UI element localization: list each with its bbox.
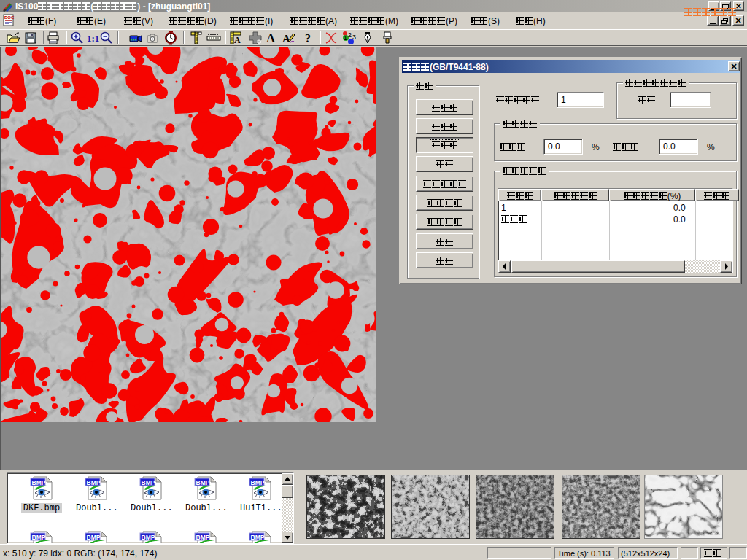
svg-text:BMP: BMP [87,479,101,486]
svg-text:2: 2 [348,31,352,39]
svg-text:1:1: 1:1 [87,33,99,44]
svg-text:BMP: BMP [196,479,210,486]
svg-text:BMP: BMP [32,479,46,486]
svg-text:DOC: DOC [4,15,15,20]
svg-text:1: 1 [344,34,347,42]
svg-text:BMP: BMP [32,534,46,541]
svg-text:BMP: BMP [251,534,265,541]
svg-text:A: A [234,35,241,45]
svg-text:A: A [266,31,276,45]
svg-text:BMP: BMP [251,479,265,486]
svg-text:BMP: BMP [142,534,155,541]
svg-text:BMP: BMP [142,479,155,486]
svg-text:BMP: BMP [87,534,101,541]
svg-text:?: ? [305,32,311,44]
svg-text:3: 3 [352,34,356,41]
svg-text:A: A [282,33,290,44]
svg-text:BMP: BMP [196,534,210,541]
